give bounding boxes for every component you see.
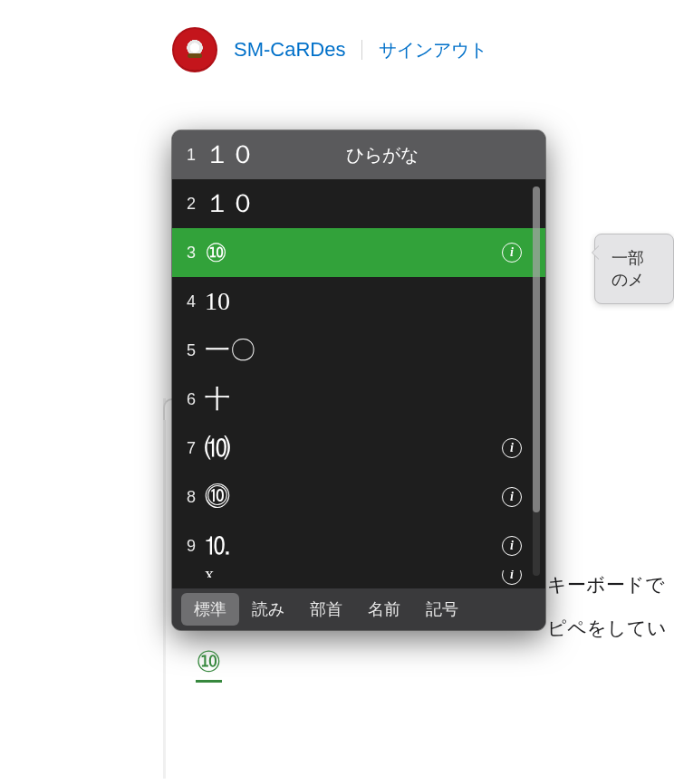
- candidate-text: 一〇: [205, 333, 529, 368]
- candidate-index: 6: [181, 390, 196, 409]
- candidate-index: 8: [181, 488, 196, 507]
- candidate-text: ⓾: [205, 483, 493, 512]
- signout-link[interactable]: サインアウト: [379, 38, 487, 62]
- candidate-text: １０: [205, 138, 255, 172]
- ime-tab[interactable]: 名前: [355, 593, 413, 626]
- candidate-index: 5: [181, 341, 196, 360]
- ime-tab[interactable]: 標準: [181, 593, 239, 626]
- candidate-text: １０: [205, 186, 529, 221]
- header-divider: [361, 40, 362, 60]
- ime-candidate-row[interactable]: 410: [172, 277, 545, 326]
- ime-candidate-row[interactable]: 6十: [172, 375, 545, 424]
- ime-candidate-row[interactable]: 7⑽i: [172, 424, 545, 473]
- converted-output[interactable]: ⑩: [196, 645, 222, 683]
- content-left-border: [163, 398, 166, 779]
- user-avatar-icon[interactable]: [172, 27, 217, 72]
- ime-scrollbar[interactable]: [533, 186, 540, 576]
- ime-tab[interactable]: 記号: [413, 593, 471, 626]
- ime-candidate-row[interactable]: 9⒑i: [172, 521, 545, 570]
- ime-candidate-row[interactable]: 2１０: [172, 179, 545, 228]
- ime-candidate-row[interactable]: 5一〇: [172, 326, 545, 375]
- bg-text-line-2: ピペをしてい: [547, 616, 667, 641]
- ime-mode-label: ひらがな: [346, 143, 419, 167]
- candidate-text: ⑽: [205, 431, 493, 465]
- candidate-index: 1: [181, 146, 196, 165]
- ime-tab-bar: 標準読み部首名前記号: [172, 588, 545, 630]
- info-icon[interactable]: i: [502, 570, 522, 585]
- ime-candidate-row[interactable]: 3⑩i: [172, 228, 545, 277]
- ime-candidate-row[interactable]: 8⓾i: [172, 473, 545, 521]
- candidate-index: 3: [181, 244, 196, 263]
- candidate-index: 4: [181, 292, 196, 311]
- info-icon[interactable]: i: [502, 487, 522, 507]
- ime-header-row[interactable]: 1１０ひらがな: [172, 130, 545, 179]
- ime-candidate-partial: x x i: [172, 570, 545, 588]
- tooltip-text: 一部のメ: [611, 249, 644, 289]
- candidate-index: 9: [181, 537, 196, 556]
- ime-scrollbar-thumb[interactable]: [533, 186, 540, 512]
- candidate-text: 10: [205, 287, 529, 316]
- candidate-text: 十: [205, 382, 529, 416]
- info-icon[interactable]: i: [502, 243, 522, 263]
- user-header: SM-CaRDes サインアウト: [172, 27, 487, 72]
- ime-candidate-list: 1１０ひらがな2１０3⑩i4105一〇6十7⑽i8⓾i9⒑i x x i: [172, 130, 545, 588]
- ime-candidate-window: 1１０ひらがな2１０3⑩i4105一〇6十7⑽i8⓾i9⒑i x x i 標準読…: [172, 130, 545, 630]
- candidate-text: ⒑: [205, 529, 493, 563]
- candidate-index: 7: [181, 439, 196, 458]
- ime-tab[interactable]: 部首: [297, 593, 355, 626]
- info-icon[interactable]: i: [502, 438, 522, 458]
- info-icon[interactable]: i: [502, 536, 522, 556]
- candidate-text: ⑩: [205, 238, 493, 268]
- candidate-index: 2: [181, 195, 196, 214]
- username-link[interactable]: SM-CaRDes: [234, 38, 345, 62]
- info-tooltip: 一部のメ: [594, 234, 674, 304]
- bg-text-line-1: キーボードで: [547, 572, 665, 598]
- ime-tab[interactable]: 読み: [239, 593, 297, 626]
